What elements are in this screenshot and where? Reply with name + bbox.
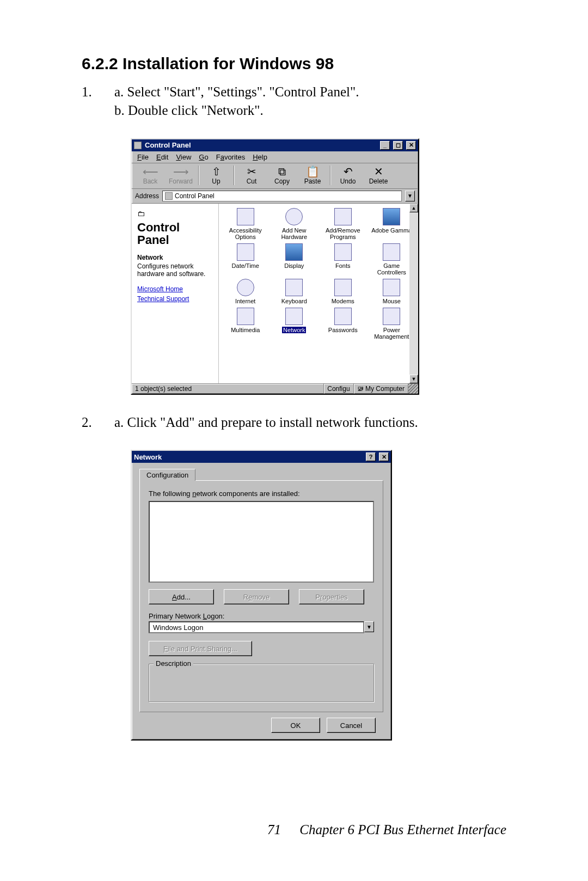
toolbar-separator xyxy=(234,166,234,185)
icon-grid: Accessibility Options Add New Hardware A… xyxy=(219,204,418,345)
step-2a-text: a. Click "Add" and prepare to install ne… xyxy=(114,413,506,432)
status-selection: 1 object(s) selected xyxy=(132,384,324,394)
titlebar[interactable]: Control Panel _ ◻ ✕ xyxy=(132,139,418,151)
ok-button[interactable]: OK xyxy=(271,718,320,733)
chapter-title: Chapter 6 PCI Bus Ethernet Interface xyxy=(299,822,506,837)
icon-game-controllers[interactable]: Game Controllers xyxy=(369,243,415,276)
toolbar: ⟵Back ⟶Forward ⇧Up ✂Cut ⧉Copy 📋Paste ↶Un… xyxy=(132,163,418,189)
step-1-number: 1. xyxy=(82,83,114,120)
components-listbox[interactable] xyxy=(149,501,374,583)
scrollbar[interactable]: ▲ ▼ xyxy=(409,204,418,383)
page-footer: 71 Chapter 6 PCI Bus Ethernet Interface xyxy=(267,822,506,837)
status-detail: Configu xyxy=(324,384,353,394)
tab-configuration[interactable]: Configuration xyxy=(139,469,195,481)
link-ms-home[interactable]: Microsoft Home xyxy=(137,285,213,293)
menu-go[interactable]: Go xyxy=(199,153,208,161)
tb-up[interactable]: ⇧Up xyxy=(201,166,231,185)
toolbar-separator xyxy=(198,166,199,185)
scroll-down-button[interactable]: ▼ xyxy=(409,375,418,383)
menu-favorites[interactable]: Favorites xyxy=(216,153,245,161)
tb-delete[interactable]: ✕Delete xyxy=(363,166,394,185)
icon-date-time[interactable]: Date/Time xyxy=(222,243,269,276)
tb-paste[interactable]: 📋Paste xyxy=(297,166,328,185)
maximize-button[interactable]: ◻ xyxy=(393,141,403,150)
tb-undo[interactable]: ↶Undo xyxy=(333,166,363,185)
close-button[interactable]: ✕ xyxy=(379,452,389,461)
icon-add-new-hardware[interactable]: Add New Hardware xyxy=(271,208,318,240)
control-panel-window: Control Panel _ ◻ ✕ File Edit View Go Fa… xyxy=(131,138,419,395)
icon-display[interactable]: Display xyxy=(271,243,318,276)
network-dialog: Network ? ✕ Configuration The following … xyxy=(131,450,392,741)
section-heading: 6.2.2 Installation for Windows 98 xyxy=(82,54,506,73)
primary-logon-combo[interactable]: Windows Logon xyxy=(149,621,364,633)
status-bar: 1 object(s) selected Configu 🖳 My Comput… xyxy=(132,383,418,394)
address-label: Address xyxy=(135,192,159,200)
icon-mouse[interactable]: Mouse xyxy=(369,279,415,304)
window-title: Network xyxy=(134,453,162,461)
primary-logon-label: Primary Network Logon: xyxy=(149,612,374,620)
remove-button[interactable]: Remove xyxy=(224,589,289,604)
icon-internet[interactable]: Internet xyxy=(222,279,269,304)
tb-forward[interactable]: ⟶Forward xyxy=(166,166,196,185)
primary-logon-dropdown-button[interactable]: ▼ xyxy=(364,621,374,632)
address-icon xyxy=(165,192,173,200)
resize-grip[interactable] xyxy=(408,384,418,394)
status-zone: 🖳 My Computer xyxy=(354,384,408,394)
window-title: Control Panel xyxy=(145,141,191,149)
menu-help[interactable]: Help xyxy=(253,153,267,161)
address-dropdown-button[interactable]: ▼ xyxy=(405,191,415,201)
menu-file[interactable]: File xyxy=(137,153,149,161)
info-pane-title: Control Panel xyxy=(137,221,213,246)
icon-passwords[interactable]: Passwords xyxy=(320,308,366,340)
icon-adobe-gamma[interactable]: Adobe Gamma xyxy=(369,208,415,240)
description-groupbox: Description xyxy=(149,664,374,702)
selected-item-desc: Configures network hardware and software… xyxy=(137,262,213,278)
cancel-button[interactable]: Cancel xyxy=(327,718,376,733)
scroll-track[interactable] xyxy=(409,212,418,375)
file-print-sharing-button[interactable]: File and Print Sharing... xyxy=(149,641,252,656)
menu-bar: File Edit View Go Favorites Help xyxy=(132,151,418,163)
tb-cut[interactable]: ✂Cut xyxy=(236,166,267,185)
selected-item-name: Network xyxy=(137,254,213,261)
link-tech-support[interactable]: Technical Support xyxy=(137,295,213,303)
step-1b-text: b. Double click "Network". xyxy=(114,101,506,120)
icon-power-management[interactable]: Power Management xyxy=(369,308,415,340)
step-1a-text: a. Select "Start", "Settings". "Control … xyxy=(114,83,506,101)
help-button[interactable]: ? xyxy=(366,452,376,461)
icon-network[interactable]: Network xyxy=(271,308,318,340)
icon-keyboard[interactable]: Keyboard xyxy=(271,279,318,304)
address-value: Control Panel xyxy=(175,192,215,200)
info-pane: 🗀 Control Panel Network Configures netwo… xyxy=(132,204,219,383)
folder-large-icon: 🗀 xyxy=(137,209,213,218)
tb-copy[interactable]: ⧉Copy xyxy=(267,166,297,185)
add-button[interactable]: Add... xyxy=(149,589,214,604)
properties-button[interactable]: Properties xyxy=(299,589,364,604)
icon-multimedia[interactable]: Multimedia xyxy=(222,308,269,340)
page-number: 71 xyxy=(267,822,281,837)
icon-add-remove-programs[interactable]: Add/Remove Programs xyxy=(320,208,366,240)
tb-back[interactable]: ⟵Back xyxy=(135,166,166,185)
icon-modems[interactable]: Modems xyxy=(320,279,366,304)
step-2-number: 2. xyxy=(82,413,114,432)
tab-page: The following network components are ins… xyxy=(139,480,383,712)
address-field[interactable]: Control Panel xyxy=(162,191,402,201)
icon-fonts[interactable]: Fonts xyxy=(320,243,366,276)
window-icon xyxy=(134,142,142,149)
icon-accessibility-options[interactable]: Accessibility Options xyxy=(222,208,269,240)
components-label: The following network components are ins… xyxy=(149,490,374,498)
menu-edit[interactable]: Edit xyxy=(156,153,168,161)
toolbar-separator xyxy=(330,166,330,185)
minimize-button[interactable]: _ xyxy=(380,141,390,150)
close-button[interactable]: ✕ xyxy=(406,141,416,150)
description-legend: Description xyxy=(154,659,193,668)
menu-view[interactable]: View xyxy=(176,153,191,161)
scroll-up-button[interactable]: ▲ xyxy=(409,204,418,212)
titlebar[interactable]: Network ? ✕ xyxy=(132,451,391,463)
